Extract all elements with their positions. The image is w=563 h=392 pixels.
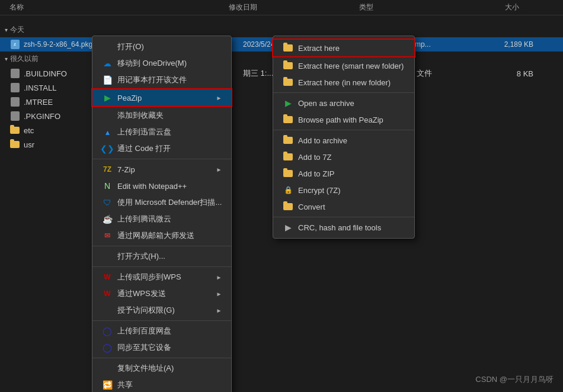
- notepad-icon: 📄: [102, 75, 113, 85]
- add-7z-icon: [283, 152, 293, 162]
- peazip-submenu: Extract here Extract here (smart new fol…: [273, 36, 415, 239]
- crc-icon: ▶: [283, 222, 293, 233]
- menu-item-copy-path[interactable]: 复制文件地址(A): [92, 360, 231, 377]
- menu-item-favorites[interactable]: 添加到收藏夹: [92, 107, 231, 124]
- submenu-label-add-7z: Add to 7Z: [298, 153, 405, 162]
- submenu-label-crc: CRC, hash and file tools: [298, 223, 405, 232]
- file-icon-pkginfo: [9, 111, 20, 121]
- file-icon-mtree: [9, 97, 20, 107]
- menu-item-notepadpp[interactable]: N Edit with Notepad++: [92, 178, 231, 194]
- sync-device-icon: ◯: [102, 342, 113, 353]
- menu-item-netease[interactable]: ✉ 通过网易邮箱大师发送: [92, 227, 231, 244]
- header-size: 大小: [460, 2, 519, 12]
- menu-item-access[interactable]: 授予访问权限(G) ►: [92, 302, 231, 319]
- submenu-add-zip[interactable]: Add to ZIP: [273, 165, 414, 182]
- menu-item-7zip[interactable]: 7Z 7-Zip ►: [92, 161, 231, 178]
- group-longago-label: 很久以前: [10, 54, 39, 64]
- submenu-label-convert: Convert: [298, 203, 405, 211]
- menu-item-wps-sync[interactable]: W 上传或同步到WPS ►: [92, 269, 231, 285]
- menu-item-onedrive[interactable]: ☁ 移动到 OneDrive(M): [92, 55, 231, 72]
- baidu-icon: ◯: [102, 326, 113, 336]
- onedrive-icon: ☁: [102, 58, 113, 69]
- extract-smart-folder-icon: [283, 60, 293, 71]
- menu-separator-1: [92, 159, 231, 159]
- submenu-sep-3: [273, 217, 414, 217]
- menu-label-open: 打开(O): [117, 41, 222, 52]
- openwith-icon: [102, 251, 113, 262]
- file-icon-install: [9, 82, 20, 93]
- submenu-label-add-archive: Add to archive: [298, 136, 405, 145]
- submenu-add-archive[interactable]: Add to archive: [273, 132, 414, 149]
- open-icon: [102, 41, 113, 52]
- favorites-icon: [102, 110, 113, 121]
- menu-label-onedrive: 移动到 OneDrive(M): [117, 58, 222, 69]
- watermark: CSDN @一只月月鸟呀: [475, 374, 554, 385]
- extract-here-folder-icon: [283, 43, 293, 53]
- submenu-convert[interactable]: Convert: [273, 198, 414, 215]
- menu-item-sync-device[interactable]: ◯ 同步至其它设备: [92, 339, 231, 356]
- group-today-label: 今天: [10, 25, 24, 35]
- menu-item-wps-send[interactable]: W 通过WPS发送 ►: [92, 285, 231, 302]
- open-archive-icon: ▶: [283, 98, 293, 108]
- menu-separator-4: [92, 320, 231, 321]
- copy-path-icon: [102, 363, 113, 374]
- wps-send-icon: W: [102, 288, 113, 299]
- menu-label-peazip: PeaZip: [117, 94, 211, 102]
- menu-item-share[interactable]: 🔁 共享: [92, 377, 231, 392]
- submenu-sep-2: [273, 130, 414, 130]
- menu-item-tencent[interactable]: ☕ 上传到腾讯微云: [92, 211, 231, 227]
- menu-label-wps-send: 通过WPS发送: [117, 288, 211, 299]
- menu-label-copy-path: 复制文件地址(A): [117, 363, 222, 374]
- submenu-extract-new[interactable]: Extract here (in new folder): [273, 74, 414, 91]
- add-zip-icon: [283, 168, 293, 179]
- context-menu: 打开(O) ☁ 移动到 OneDrive(M) 📄 用记事本打开该文件 ▶ Pe…: [92, 36, 232, 392]
- submenu-extract-here[interactable]: Extract here: [272, 38, 415, 57]
- file-size-buildinfo: 8 KB: [474, 69, 533, 78]
- menu-item-openwith[interactable]: 打开方式(H)...: [92, 248, 231, 265]
- menu-separator-2: [92, 246, 231, 246]
- submenu-crc[interactable]: ▶ CRC, hash and file tools: [273, 219, 414, 236]
- submenu-sep-1: [273, 92, 414, 93]
- file-icon-buildinfo: [9, 68, 20, 79]
- menu-item-open[interactable]: 打开(O): [92, 38, 231, 55]
- submenu-encrypt[interactable]: 🔒 Encrypt (7Z): [273, 182, 414, 198]
- convert-icon: [283, 201, 293, 212]
- peazip-arrow: ►: [216, 95, 222, 101]
- menu-item-notepad[interactable]: 📄 用记事本打开该文件: [92, 72, 231, 88]
- menu-label-sync-device: 同步至其它设备: [117, 342, 222, 353]
- 7zip-icon: 7Z: [102, 164, 113, 175]
- menu-label-notepadpp: Edit with Notepad++: [117, 182, 222, 191]
- submenu-browse-path[interactable]: Browse path with PeaZip: [273, 111, 414, 128]
- menu-label-wps-sync: 上传或同步到WPS: [117, 272, 211, 282]
- menu-item-baidu[interactable]: ◯ 上传到百度网盘: [92, 323, 231, 339]
- menu-label-netease: 通过网易邮箱大师发送: [117, 230, 222, 241]
- menu-label-favorites: 添加到收藏夹: [117, 110, 222, 121]
- menu-item-peazip[interactable]: ▶ PeaZip ►: [91, 88, 232, 107]
- submenu-label-extract-here: Extract here: [298, 44, 405, 53]
- menu-label-notepad: 用记事本打开该文件: [117, 75, 222, 85]
- menu-item-thunder[interactable]: ▴ 上传到迅雷云盘: [92, 124, 231, 140]
- submenu-label-extract-smart: Extract here (smart new folder): [298, 62, 405, 70]
- submenu-label-extract-new: Extract here (in new folder): [298, 78, 405, 87]
- menu-item-defender[interactable]: 🛡 使用 Microsoft Defender扫描...: [92, 194, 231, 211]
- menu-label-code: 通过 Code 打开: [117, 143, 222, 154]
- submenu-open-archive[interactable]: ▶ Open as archive: [273, 95, 414, 111]
- add-archive-icon: [283, 135, 293, 146]
- access-arrow: ►: [216, 307, 222, 314]
- wps-send-arrow: ►: [216, 291, 222, 297]
- submenu-add-7z[interactable]: Add to 7Z: [273, 149, 414, 165]
- file-icon-etc: [9, 125, 20, 136]
- submenu-label-browse-path: Browse path with PeaZip: [298, 115, 405, 124]
- 7zip-arrow: ►: [216, 166, 222, 173]
- code-icon: ❮❯: [102, 143, 113, 154]
- wps-sync-arrow: ►: [216, 274, 222, 281]
- submenu-extract-smart[interactable]: Extract here (smart new folder): [273, 57, 414, 74]
- tencent-icon: ☕: [102, 214, 113, 224]
- menu-item-code[interactable]: ❮❯ 通过 Code 打开: [92, 140, 231, 157]
- netease-icon: ✉: [102, 230, 113, 241]
- menu-label-access: 授予访问权限(G): [117, 305, 211, 316]
- header-type: 类型: [359, 2, 460, 12]
- extract-new-folder-icon: [283, 77, 293, 88]
- menu-label-openwith: 打开方式(H)...: [117, 251, 222, 262]
- explorer-window: 名称 修改日期 类型 大小 ▾ 今天 Z zsh-5.9-2-x86_64.pk…: [0, 0, 563, 392]
